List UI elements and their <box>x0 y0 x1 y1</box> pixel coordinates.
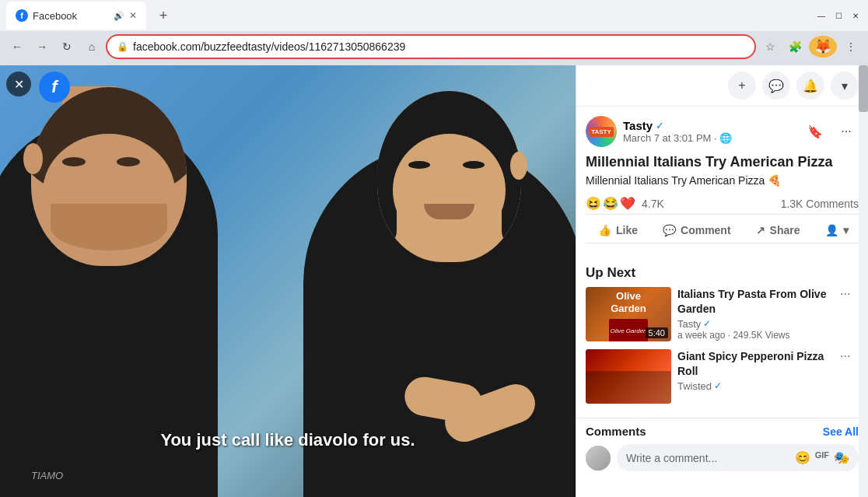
more-menu-button[interactable]: ▾ <box>831 72 859 100</box>
post-meta-info: Tasty ✓ March 7 at 3:01 PM · 🌐 <box>623 119 796 144</box>
new-tab-button[interactable]: + <box>152 5 174 26</box>
video-panel[interactable]: You just call like diavolo for us. TIAMO… <box>0 65 576 497</box>
title-bar: f Facebook 🔊 ✕ + — ☐ ✕ <box>0 0 868 31</box>
love-reaction: ❤️ <box>620 196 635 211</box>
channel-verified-1: ✓ <box>703 318 711 329</box>
tab-audio-icon: 🔊 <box>114 11 124 21</box>
video-thumb-2 <box>586 349 671 404</box>
add-button[interactable]: + <box>728 72 756 100</box>
up-next-title: Up Next <box>586 265 859 281</box>
commenter-avatar <box>586 446 611 471</box>
comment-input[interactable]: Write a comment... 😊 GIF 🎭 <box>617 444 859 471</box>
top-actions-bar: + 💬 🔔 ▾ <box>576 65 868 107</box>
address-bar: ← → ↻ ⌂ 🔒 facebook.com/buzzfeedtasty/vid… <box>0 31 868 65</box>
video-title-1: Italians Try Pasta From Olive Garden <box>677 287 834 315</box>
video-title-2: Giant Spicy Pepperoni Pizza Roll <box>677 349 834 377</box>
reaction-summary: 😆 😂 ❤️ 4.7K <box>586 196 664 211</box>
share-label: Share <box>770 224 800 236</box>
star-button[interactable]: ☆ <box>759 36 781 58</box>
messenger-button[interactable]: 💬 <box>762 72 790 100</box>
like-button[interactable]: 👍 Like <box>586 219 650 241</box>
comment-input-actions: 😊 GIF 🎭 <box>795 450 849 465</box>
url-text: facebook.com/buzzfeedtasty/videos/116271… <box>133 40 745 53</box>
browser-menu-button[interactable]: ⋮ <box>840 36 862 58</box>
lock-icon: 🔒 <box>117 41 128 52</box>
browser-tab[interactable]: f Facebook 🔊 ✕ <box>6 2 146 30</box>
share-icon: ↗ <box>756 224 765 236</box>
thumb-content-1: OliveGarden Olive Garden <box>607 287 649 341</box>
video-background: You just call like diavolo for us. TIAMO <box>0 65 576 497</box>
comments-label: Comments <box>586 425 646 438</box>
video-more-button-1[interactable]: ··· <box>840 287 859 341</box>
video-info-2: Giant Spicy Pepperoni Pizza Roll Twisted… <box>677 349 834 404</box>
comment-placeholder: Write a comment... <box>626 452 717 464</box>
post-date: March 7 at 3:01 PM · 🌐 <box>623 132 796 144</box>
verified-badge: ✓ <box>656 120 664 131</box>
gif-button[interactable]: GIF <box>815 450 829 465</box>
comment-label: Comment <box>681 224 731 236</box>
haha-reaction: 😂 <box>603 196 618 211</box>
emoji-button[interactable]: 😊 <box>795 450 810 465</box>
profile-arrow: ▾ <box>843 224 849 236</box>
minimize-button[interactable]: — <box>815 9 828 22</box>
post-description: Millennial Italians Try American Pizza 🍕 <box>586 174 859 187</box>
video-card-2[interactable]: Giant Spicy Pepperoni Pizza Roll Twisted… <box>586 349 859 404</box>
video-subtitle: You just call like diavolo for us. <box>160 430 415 450</box>
like-icon: 👍 <box>598 224 611 236</box>
save-post-button[interactable]: 🔖 <box>803 119 828 144</box>
video-meta-1: a week ago · 249.5K Views <box>677 330 834 341</box>
thumb-logo-1: Olive Garden <box>609 319 648 341</box>
see-all-comments-button[interactable]: See All <box>823 425 859 438</box>
tab-close-button[interactable]: ✕ <box>129 10 137 21</box>
extensions-button[interactable]: 🧩 <box>784 36 806 58</box>
close-overlay-button[interactable]: ✕ <box>6 72 31 96</box>
forward-button[interactable]: → <box>31 36 53 58</box>
right-panel: + 💬 🔔 ▾ TASTY Tasty ✓ March 7 at 3:01 PM <box>576 65 868 497</box>
fb-logo-overlay: f <box>39 72 70 103</box>
tab-title: Facebook <box>33 10 109 22</box>
reaction-count[interactable]: 4.7K <box>642 198 664 210</box>
post-actions-bar: 👍 Like 💬 Comment ↗ Share 👤 ▾ <box>586 218 859 243</box>
post-header: TASTY Tasty ✓ March 7 at 3:01 PM · 🌐 🔖 ·… <box>586 116 859 147</box>
video-info-1: Italians Try Pasta From Olive Garden Tas… <box>677 287 834 341</box>
video-thumb-bg-2 <box>586 349 671 404</box>
up-next-section: Up Next OliveGarden Olive Garden 5:40 <box>576 259 868 418</box>
thumb-text-1: OliveGarden <box>607 287 649 319</box>
reaction-icons: 😆 😂 ❤️ <box>586 196 635 211</box>
video-more-button-2[interactable]: ··· <box>840 349 859 404</box>
comments-section: Comments See All Write a comment... 😊 GI… <box>576 418 868 478</box>
close-button[interactable]: ✕ <box>849 9 862 22</box>
fb-favicon-letter: f <box>20 11 23 20</box>
profile-reaction-button[interactable]: 👤 ▾ <box>813 219 861 241</box>
main-content: You just call like diavolo for us. TIAMO… <box>0 65 868 497</box>
url-bar[interactable]: 🔒 facebook.com/buzzfeedtasty/videos/1162… <box>106 34 756 59</box>
back-button[interactable]: ← <box>6 36 28 58</box>
video-channel-2: Twisted ✓ <box>677 380 834 392</box>
tab-favicon: f <box>16 9 28 22</box>
scrollbar-thumb[interactable] <box>859 65 868 112</box>
sticker-button[interactable]: 🎭 <box>834 450 849 465</box>
post-title: Millennial Italians Try American Pizza <box>586 153 859 171</box>
profile-avatar[interactable]: 🦊 <box>809 36 837 58</box>
video-thumb-1: OliveGarden Olive Garden 5:40 <box>586 287 671 341</box>
browser-scrollbar[interactable] <box>859 65 868 497</box>
share-button[interactable]: ↗ Share <box>744 219 813 241</box>
comment-input-row: Write a comment... 😊 GIF 🎭 <box>586 444 859 471</box>
comments-count[interactable]: 1.3K Comments <box>781 198 859 210</box>
more-post-options-button[interactable]: ··· <box>834 119 859 144</box>
window-controls: — ☐ ✕ <box>815 9 862 22</box>
home-button[interactable]: ⌂ <box>81 36 103 58</box>
refresh-button[interactable]: ↻ <box>56 36 78 58</box>
page-name[interactable]: Tasty <box>623 119 653 132</box>
like-label: Like <box>616 224 638 236</box>
laugh-reaction: 😆 <box>586 196 601 211</box>
video-card-1[interactable]: OliveGarden Olive Garden 5:40 Italians T… <box>586 287 859 341</box>
post-info: TASTY Tasty ✓ March 7 at 3:01 PM · 🌐 🔖 ·… <box>576 107 868 259</box>
fb-logo-letter: f <box>51 77 57 97</box>
comment-icon: 💬 <box>663 224 676 236</box>
notifications-button[interactable]: 🔔 <box>796 72 824 100</box>
video-brand: TIAMO <box>31 470 63 481</box>
comment-button[interactable]: 💬 Comment <box>650 219 744 241</box>
maximize-button[interactable]: ☐ <box>832 9 845 22</box>
page-avatar[interactable]: TASTY <box>586 116 617 147</box>
